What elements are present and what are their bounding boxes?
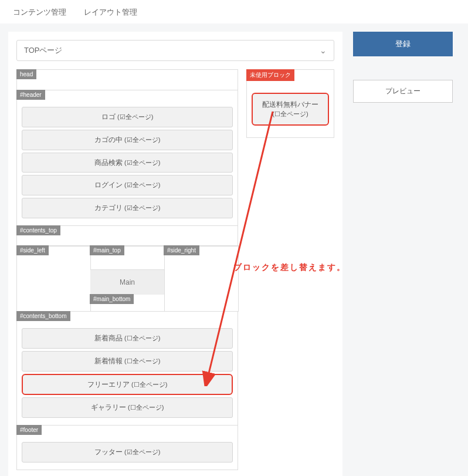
block-item[interactable]: ロゴ (☑全ページ) [22, 107, 233, 127]
region-label: head [16, 69, 36, 79]
region-unused[interactable]: 未使用ブロック 配送料無料バナー (☐全ページ) [246, 69, 334, 138]
annotation-text: ブロックを差し替えます。 [233, 262, 346, 273]
page-select-value: TOPページ [24, 45, 63, 56]
tab-content[interactable]: コンテンツ管理 [8, 4, 71, 23]
region-label: #contents_top [16, 225, 60, 235]
block-item[interactable]: ログイン (☑全ページ) [22, 175, 233, 195]
block-item[interactable]: 新着商品 (☐全ページ) [22, 328, 233, 349]
top-tabs: コンテンツ管理 レイアウト管理 [0, 0, 468, 23]
region-contents-bottom[interactable]: #contents_bottom 新着商品 (☐全ページ) 新着情報 (☐全ペー… [16, 311, 238, 426]
block-item[interactable]: 新着情報 (☐全ページ) [22, 351, 233, 372]
region-side-right[interactable]: #side_right [164, 245, 239, 312]
block-item[interactable]: 商品検索 (☑全ページ) [22, 153, 233, 173]
region-label: #side_left [16, 245, 49, 255]
block-item[interactable]: カテゴリ (☑全ページ) [22, 198, 233, 218]
layout-editor: TOPページ ⌄ head #header ロゴ (☑全ページ) カゴの中 (☑… [8, 32, 342, 476]
region-label: #side_right [164, 245, 199, 255]
region-contents-top[interactable]: #contents_top [16, 225, 238, 247]
block-item[interactable]: ギャラリー (☐全ページ) [22, 397, 233, 418]
region-label[interactable]: #main_bottom [90, 294, 134, 304]
region-label: #header [16, 90, 45, 100]
block-item-free-area[interactable]: フリーエリア (☐全ページ) [22, 374, 233, 396]
region-head[interactable]: head [16, 69, 238, 90]
region-footer[interactable]: #footer フッター (☑全ページ) [16, 425, 238, 470]
region-main: #main_top Main #main_bottom [90, 245, 165, 312]
region-label-unused: 未使用ブロック [246, 69, 294, 81]
chevron-down-icon: ⌄ [320, 46, 327, 55]
main-content-label: Main [90, 269, 164, 295]
register-button[interactable]: 登録 [353, 32, 453, 56]
region-label: #footer [16, 425, 42, 435]
page-select[interactable]: TOPページ ⌄ [16, 40, 334, 61]
tab-layout[interactable]: レイアウト管理 [79, 4, 142, 23]
region-header[interactable]: #header ロゴ (☑全ページ) カゴの中 (☑全ページ) 商品検索 (☑全… [16, 90, 238, 226]
block-item[interactable]: カゴの中 (☑全ページ) [22, 130, 233, 150]
region-label: #contents_bottom [16, 311, 70, 321]
region-side-left[interactable]: #side_left [16, 245, 91, 312]
block-item-shipping-banner[interactable]: 配送料無料バナー (☐全ページ) [252, 93, 329, 126]
block-item[interactable]: フッター (☑全ページ) [22, 442, 233, 463]
preview-button[interactable]: プレビュー [353, 80, 453, 103]
actions: 登録 プレビュー [353, 32, 453, 476]
region-label[interactable]: #main_top [90, 245, 124, 255]
